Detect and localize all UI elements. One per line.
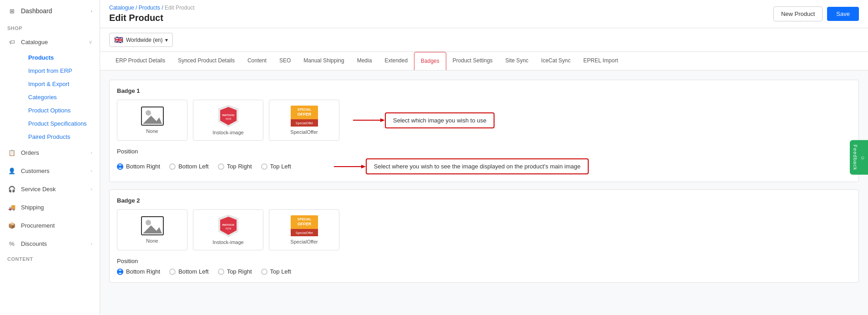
sidebar-item-orders[interactable]: 📋 Orders › bbox=[0, 143, 100, 162]
badge2-pos-top-left[interactable]: Top Left bbox=[261, 268, 291, 275]
badge1-position-annotation: Select where you wish to see the image d… bbox=[329, 158, 589, 174]
svg-text:NOW: NOW bbox=[225, 117, 231, 120]
chevron-right-icon: › bbox=[91, 186, 92, 192]
badge1-instock-label: Instock-image bbox=[212, 130, 243, 135]
svg-text:SPECIAL: SPECIAL bbox=[297, 108, 311, 111]
tab-badges[interactable]: Badges bbox=[414, 52, 446, 71]
sidebar-item-products[interactable]: Products bbox=[21, 51, 100, 64]
sidebar-item-dashboard[interactable]: ⊞ Dashboard › bbox=[0, 0, 100, 22]
badge1-pos-bottom-left[interactable]: Bottom Left bbox=[169, 163, 208, 170]
badge2-pos-bottom-left[interactable]: Bottom Left bbox=[169, 268, 208, 275]
badge2-pos-top-right[interactable]: Top Right bbox=[218, 268, 252, 275]
content-area: Badge 1 None bbox=[100, 71, 868, 315]
tab-erp-product-details[interactable]: ERP Product Details bbox=[109, 52, 172, 70]
position-annotation-arrow bbox=[329, 162, 366, 171]
badge2-instock-label: Instock-image bbox=[212, 239, 243, 245]
badge1-annotation: Select which image you wish to use bbox=[348, 112, 495, 128]
tab-site-sync[interactable]: Site Sync bbox=[499, 52, 535, 70]
service-desk-label: Service Desk bbox=[21, 186, 86, 193]
content-section-label: CONTENT bbox=[0, 253, 100, 264]
radio-unchecked-icon bbox=[218, 269, 224, 275]
discounts-icon: % bbox=[7, 239, 16, 248]
flag-icon: 🇬🇧 bbox=[114, 36, 123, 44]
sidebar-item-procurement[interactable]: 📦 Procurement bbox=[0, 216, 100, 234]
badge2-pos-bottom-right[interactable]: Bottom Right bbox=[117, 268, 160, 275]
svg-text:OFFER: OFFER bbox=[297, 112, 311, 117]
orders-icon: 📋 bbox=[7, 148, 16, 157]
tag-icon: 🏷 bbox=[7, 37, 16, 46]
sidebar-item-import-erp[interactable]: Import from ERP bbox=[21, 64, 100, 77]
topbar-actions: New Product Save bbox=[773, 6, 859, 21]
breadcrumb-products[interactable]: Products bbox=[139, 5, 160, 11]
sidebar-item-catalogue[interactable]: 🏷 Catalogue ∨ bbox=[0, 33, 100, 51]
radio-unchecked-icon bbox=[261, 269, 267, 275]
badge2-special-label: SpecialOffer bbox=[290, 239, 318, 244]
topbar-left: Catalogue / Products / Edit Product Edit… bbox=[109, 5, 194, 23]
service-desk-icon: 🎧 bbox=[7, 184, 16, 193]
badge2-image-instock[interactable]: INSTOCK NOW Instock-image bbox=[193, 209, 263, 250]
sidebar-item-product-options[interactable]: Product Options bbox=[21, 104, 100, 117]
chevron-right-icon: › bbox=[91, 8, 92, 14]
tab-product-settings[interactable]: Product Settings bbox=[446, 52, 499, 70]
tab-extended[interactable]: Extended bbox=[378, 52, 414, 70]
sidebar-item-categories[interactable]: Categories bbox=[21, 91, 100, 104]
tab-seo[interactable]: SEO bbox=[273, 52, 297, 70]
badge2-section: Badge 2 None bbox=[109, 189, 859, 283]
badge1-position-label: Position bbox=[117, 148, 851, 155]
sidebar-item-product-specs[interactable]: Product Specifications bbox=[21, 117, 100, 130]
sidebar: ⊞ Dashboard › SHOP 🏷 Catalogue ∨ Product… bbox=[0, 0, 100, 315]
dashboard-icon: ⊞ bbox=[7, 6, 16, 15]
sidebar-item-customers[interactable]: 👤 Customers › bbox=[0, 162, 100, 180]
badge1-none-label: None bbox=[146, 128, 158, 134]
tabs-bar: ERP Product Details Synced Product Detai… bbox=[100, 52, 868, 71]
save-button[interactable]: Save bbox=[827, 7, 859, 21]
chevron-right-icon: › bbox=[91, 241, 92, 246]
sidebar-item-import-export[interactable]: Import & Export bbox=[21, 77, 100, 91]
badge1-pos-bottom-right[interactable]: Bottom Right bbox=[117, 163, 160, 170]
badge1-image-special[interactable]: SPECIAL OFFER SpecialOffer SpecialOffer bbox=[269, 100, 339, 141]
badge2-none-label: None bbox=[146, 238, 158, 244]
badge1-image-none[interactable]: None bbox=[117, 100, 187, 141]
dropdown-arrow-icon: ▾ bbox=[165, 37, 168, 43]
sidebar-item-service-desk[interactable]: 🎧 Service Desk › bbox=[0, 180, 100, 198]
placeholder-icon2 bbox=[141, 216, 164, 235]
svg-point-17 bbox=[146, 220, 151, 225]
svg-text:INSTOCK: INSTOCK bbox=[222, 224, 235, 226]
shipping-label: Shipping bbox=[21, 204, 92, 211]
special-offer-icon: SPECIAL OFFER SpecialOffer bbox=[291, 106, 318, 127]
badge2-image-none[interactable]: None bbox=[117, 209, 187, 250]
breadcrumb: Catalogue / Products / Edit Product bbox=[109, 5, 194, 11]
language-button[interactable]: 🇬🇧 Worldwide (en) ▾ bbox=[109, 33, 173, 47]
radio-checked-icon bbox=[117, 163, 123, 170]
sidebar-item-discounts[interactable]: % Discounts › bbox=[0, 234, 100, 253]
topbar: Catalogue / Products / Edit Product Edit… bbox=[100, 0, 868, 28]
tab-synced-product-details[interactable]: Synced Product Details bbox=[172, 52, 241, 70]
badge1-pos-top-right[interactable]: Top Right bbox=[218, 163, 252, 170]
tab-media[interactable]: Media bbox=[351, 52, 378, 70]
special-offer-icon2: SPECIAL OFFER SpecialOffer bbox=[291, 215, 318, 236]
tab-manual-shipping[interactable]: Manual Shipping bbox=[297, 52, 350, 70]
breadcrumb-sep1: / bbox=[136, 5, 139, 11]
feedback-label: Feedback bbox=[853, 145, 858, 170]
new-product-button[interactable]: New Product bbox=[773, 6, 823, 21]
badge1-pos-top-left[interactable]: Top Left bbox=[261, 163, 291, 170]
tab-eprel-import[interactable]: EPREL Import bbox=[577, 52, 624, 70]
svg-text:SpecialOffer: SpecialOffer bbox=[295, 231, 313, 235]
tab-icecat-sync[interactable]: IceCat Sync bbox=[535, 52, 577, 70]
orders-label: Orders bbox=[21, 149, 86, 156]
breadcrumb-catalogue[interactable]: Catalogue bbox=[109, 5, 134, 11]
catalogue-label: Catalogue bbox=[21, 39, 84, 46]
badge2-position-group: Bottom Right Bottom Left Top Right Top L… bbox=[117, 268, 851, 275]
sidebar-item-shipping[interactable]: 🚚 Shipping bbox=[0, 198, 100, 216]
tab-content[interactable]: Content bbox=[241, 52, 273, 70]
feedback-button[interactable]: ☺ Feedback bbox=[850, 140, 868, 175]
svg-text:OFFER: OFFER bbox=[297, 222, 311, 226]
badge1-section: Badge 1 None bbox=[109, 80, 859, 182]
badge2-image-special[interactable]: SPECIAL OFFER SpecialOffer SpecialOffer bbox=[269, 209, 339, 250]
catalogue-submenu: Products Import from ERP Import & Export… bbox=[0, 51, 100, 143]
badge1-image-instock[interactable]: INSTOCK NOW Instock-image bbox=[193, 100, 263, 141]
discounts-label: Discounts bbox=[21, 240, 86, 247]
sidebar-item-paired-products[interactable]: Paired Products bbox=[21, 130, 100, 143]
customers-label: Customers bbox=[21, 168, 86, 174]
svg-text:NOW: NOW bbox=[225, 227, 231, 230]
